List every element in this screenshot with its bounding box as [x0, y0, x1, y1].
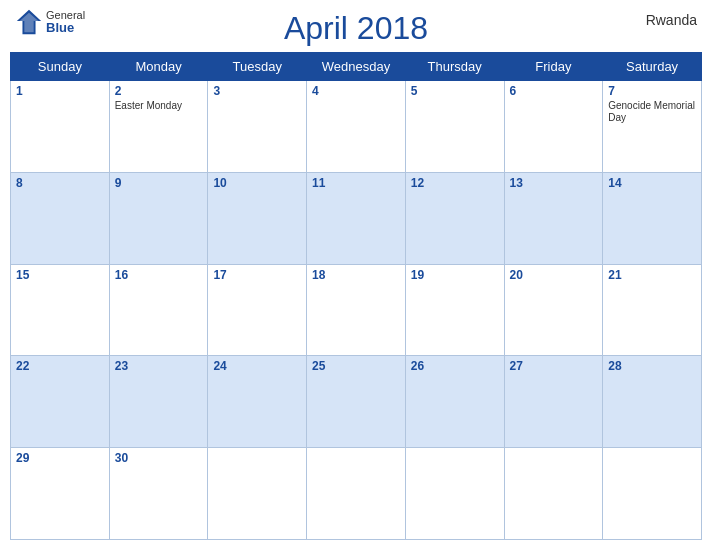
day-number: 3 [213, 84, 301, 98]
calendar-week-row: 12Easter Monday34567Genocide Memorial Da… [11, 81, 702, 173]
weekday-header-row: Sunday Monday Tuesday Wednesday Thursday… [11, 53, 702, 81]
table-row: 10 [208, 172, 307, 264]
table-row: 16 [109, 264, 208, 356]
day-number: 24 [213, 359, 301, 373]
table-row [504, 448, 603, 540]
day-number: 9 [115, 176, 203, 190]
table-row: 6 [504, 81, 603, 173]
day-number: 27 [510, 359, 598, 373]
day-number: 29 [16, 451, 104, 465]
table-row: 26 [405, 356, 504, 448]
table-row: 1 [11, 81, 110, 173]
logo: General Blue [15, 8, 85, 36]
header-friday: Friday [504, 53, 603, 81]
day-number: 23 [115, 359, 203, 373]
table-row: 3 [208, 81, 307, 173]
day-number: 22 [16, 359, 104, 373]
table-row: 18 [307, 264, 406, 356]
day-number: 16 [115, 268, 203, 282]
country-label: Rwanda [646, 12, 697, 28]
table-row: 28 [603, 356, 702, 448]
day-number: 1 [16, 84, 104, 98]
generalblue-logo-icon [15, 8, 43, 36]
calendar-table: Sunday Monday Tuesday Wednesday Thursday… [10, 52, 702, 540]
header-sunday: Sunday [11, 53, 110, 81]
table-row: 15 [11, 264, 110, 356]
table-row: 25 [307, 356, 406, 448]
day-number: 4 [312, 84, 400, 98]
table-row: 21 [603, 264, 702, 356]
calendar-week-row: 891011121314 [11, 172, 702, 264]
table-row: 27 [504, 356, 603, 448]
table-row [208, 448, 307, 540]
day-number: 17 [213, 268, 301, 282]
day-number: 26 [411, 359, 499, 373]
day-number: 8 [16, 176, 104, 190]
day-number: 21 [608, 268, 696, 282]
event-label: Genocide Memorial Day [608, 100, 696, 124]
table-row: 8 [11, 172, 110, 264]
day-number: 20 [510, 268, 598, 282]
day-number: 25 [312, 359, 400, 373]
day-number: 15 [16, 268, 104, 282]
header-tuesday: Tuesday [208, 53, 307, 81]
table-row: 29 [11, 448, 110, 540]
table-row: 23 [109, 356, 208, 448]
table-row [405, 448, 504, 540]
event-label: Easter Monday [115, 100, 203, 112]
day-number: 14 [608, 176, 696, 190]
month-title: April 2018 [284, 10, 428, 47]
header-wednesday: Wednesday [307, 53, 406, 81]
table-row: 9 [109, 172, 208, 264]
table-row: 13 [504, 172, 603, 264]
table-row: 11 [307, 172, 406, 264]
day-number: 7 [608, 84, 696, 98]
calendar-week-row: 2930 [11, 448, 702, 540]
table-row: 5 [405, 81, 504, 173]
table-row: 4 [307, 81, 406, 173]
day-number: 2 [115, 84, 203, 98]
day-number: 12 [411, 176, 499, 190]
calendar-header: General Blue April 2018 Rwanda [0, 0, 712, 52]
day-number: 13 [510, 176, 598, 190]
table-row: 12 [405, 172, 504, 264]
logo-text: General Blue [46, 10, 85, 34]
table-row: 30 [109, 448, 208, 540]
table-row: 22 [11, 356, 110, 448]
calendar-week-row: 22232425262728 [11, 356, 702, 448]
day-number: 6 [510, 84, 598, 98]
day-number: 5 [411, 84, 499, 98]
calendar-week-row: 15161718192021 [11, 264, 702, 356]
table-row: 17 [208, 264, 307, 356]
table-row: 2Easter Monday [109, 81, 208, 173]
day-number: 18 [312, 268, 400, 282]
day-number: 11 [312, 176, 400, 190]
logo-blue: Blue [46, 21, 85, 34]
table-row [307, 448, 406, 540]
header-monday: Monday [109, 53, 208, 81]
table-row: 19 [405, 264, 504, 356]
header-saturday: Saturday [603, 53, 702, 81]
table-row: 24 [208, 356, 307, 448]
calendar-container: Sunday Monday Tuesday Wednesday Thursday… [0, 52, 712, 550]
day-number: 19 [411, 268, 499, 282]
day-number: 28 [608, 359, 696, 373]
table-row: 20 [504, 264, 603, 356]
table-row: 7Genocide Memorial Day [603, 81, 702, 173]
table-row: 14 [603, 172, 702, 264]
day-number: 10 [213, 176, 301, 190]
header-thursday: Thursday [405, 53, 504, 81]
table-row [603, 448, 702, 540]
day-number: 30 [115, 451, 203, 465]
